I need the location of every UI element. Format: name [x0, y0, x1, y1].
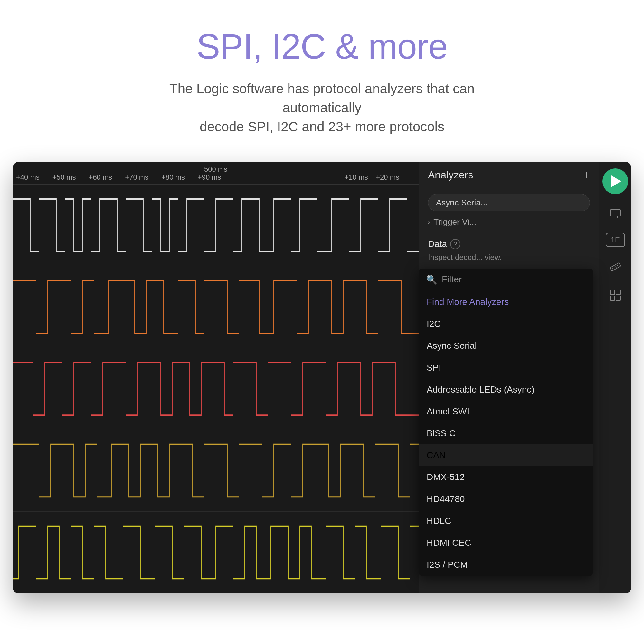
right-sidebar: 1F — [599, 162, 631, 593]
page-title: SPI, I2C & more — [196, 26, 448, 67]
trigger-row: › Trigger Vi... — [428, 217, 590, 227]
badge-1f-icon[interactable]: 1F — [606, 233, 625, 247]
trigger-arrow-icon: › — [428, 218, 430, 226]
timeline-marker-90: +90 ms — [198, 173, 221, 182]
dropdown-container: 🔍 Filter Find More AnalyzersI2CAsync Ser… — [419, 269, 599, 593]
search-icon: 🔍 — [426, 274, 437, 285]
svg-line-8 — [617, 265, 618, 266]
waveform-track-4 — [13, 430, 419, 512]
timeline-header: +40 ms +50 ms +60 ms +70 ms +80 ms +90 m… — [13, 162, 419, 185]
play-icon — [611, 175, 621, 187]
dropdown-item[interactable]: I2S / PCM — [419, 554, 593, 576]
trigger-label: Trigger Vi... — [433, 217, 476, 227]
data-description: Inspect decod... view. — [428, 252, 590, 263]
dropdown-item[interactable]: Find More Analyzers — [419, 291, 593, 313]
dropdown-item[interactable]: HDLC — [419, 510, 593, 532]
timeline-marker-500: 500 ms — [204, 165, 227, 174]
data-section: Data ? Inspect decod... view. — [419, 233, 599, 269]
dropdown-item[interactable]: Async Serial — [419, 335, 593, 357]
waveform-track-5 — [13, 512, 419, 593]
grid-icon[interactable] — [606, 286, 625, 305]
timeline-marker-60: +60 ms — [89, 173, 112, 182]
dropdown-item[interactable]: CAN — [419, 444, 593, 466]
dropdown-item[interactable]: BiSS C — [419, 422, 593, 444]
async-serial-chip[interactable]: Async Seria... — [428, 194, 590, 211]
svg-line-6 — [614, 267, 614, 268]
data-help-icon: ? — [450, 239, 460, 249]
svg-rect-12 — [616, 296, 620, 300]
dropdown-item[interactable]: HDMI CEC — [419, 532, 593, 554]
svg-line-7 — [615, 266, 616, 268]
waveform-track-3 — [13, 348, 419, 430]
dropdown-item[interactable]: DMX-512 — [419, 466, 593, 488]
analyzers-panel: Analyzers + Async Seria... › Trigger Vi.… — [419, 162, 599, 593]
timeline-marker-70: +70 ms — [125, 173, 148, 182]
dropdown-item[interactable]: Atmel SWI — [419, 401, 593, 422]
svg-rect-4 — [610, 263, 621, 271]
svg-rect-11 — [610, 296, 615, 300]
dropdown-item[interactable]: I2C — [419, 313, 593, 335]
page-wrapper: SPI, I2C & more The Logic software has p… — [0, 0, 644, 644]
waveform-tracks — [13, 185, 419, 593]
play-button[interactable] — [602, 168, 628, 194]
timeline-marker-50: +50 ms — [52, 173, 76, 182]
dropdown-search-bar[interactable]: 🔍 Filter — [419, 269, 593, 291]
dropdown-item[interactable]: Addressable LEDs (Async) — [419, 379, 593, 401]
timeline-marker-10: +10 ms +20 ms — [345, 173, 399, 182]
ruler-icon[interactable] — [606, 257, 625, 276]
analyzers-header: Analyzers + — [419, 162, 599, 188]
timeline-marker-40: +40 ms — [16, 173, 40, 182]
svg-rect-0 — [610, 210, 620, 216]
svg-rect-10 — [616, 290, 620, 295]
svg-rect-9 — [610, 290, 615, 295]
dropdown-item[interactable]: SPI — [419, 357, 593, 379]
add-analyzer-button[interactable]: + — [583, 169, 590, 181]
svg-line-5 — [612, 268, 613, 270]
app-screenshot: +40 ms +50 ms +60 ms +70 ms +80 ms +90 m… — [13, 162, 631, 593]
waveform-track-1 — [13, 185, 419, 266]
analyzers-title: Analyzers — [428, 169, 473, 181]
display-icon[interactable] — [606, 204, 625, 223]
analyzer-list: Find More AnalyzersI2CAsync SerialSPIAdd… — [419, 291, 593, 576]
waveform-track-2 — [13, 266, 419, 348]
analyzer-dropdown: 🔍 Filter Find More AnalyzersI2CAsync Ser… — [419, 269, 593, 576]
timeline-marker-80: +80 ms — [161, 173, 185, 182]
filter-input[interactable]: Filter — [442, 274, 462, 285]
page-subtitle: The Logic software has protocol analyzer… — [145, 80, 499, 136]
data-title: Data ? — [428, 239, 590, 249]
waveform-area: +40 ms +50 ms +60 ms +70 ms +80 ms +90 m… — [13, 162, 419, 593]
dropdown-item[interactable]: HD44780 — [419, 488, 593, 510]
